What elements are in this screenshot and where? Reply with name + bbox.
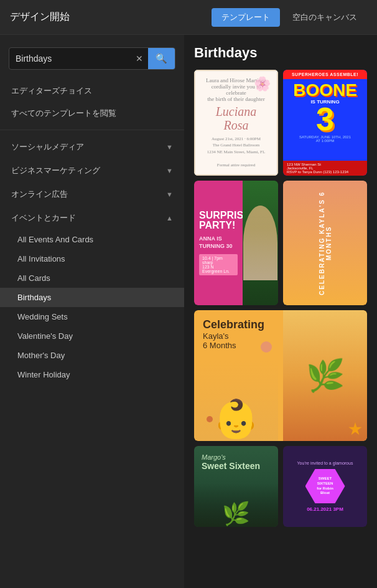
chevron-down-icon: ▼: [166, 143, 173, 151]
card-row-4: Margo's Sweet Sixteen 🌿 You're invited t…: [194, 446, 367, 527]
search-button[interactable]: 🔍: [148, 48, 175, 69]
sidebar-item-mothers-day[interactable]: Mother's Day: [0, 346, 184, 365]
sidebar-item-valentines-day[interactable]: Valentine's Day: [0, 326, 184, 346]
sidebar-item-birthdays[interactable]: Birthdays: [0, 288, 184, 307]
sidebar-item-browse-all[interactable]: すべてのテンプレートを閲覧: [0, 102, 184, 125]
sidebar-item-all-events[interactable]: All Events And Cards: [0, 230, 184, 249]
template-card-kayla-main[interactable]: Celebrating Kayla's6 Months 👶 🌿: [194, 310, 367, 441]
template-card-boone[interactable]: SUPERHEROES ASSEMBLE! BOONE IS TURNING 3…: [283, 70, 367, 176]
category-events-cards[interactable]: イベントとカード ▲: [0, 206, 184, 230]
category-online-advertising[interactable]: オンライン広告 ▼: [0, 183, 184, 206]
flower-icon: 🌸: [254, 76, 271, 92]
page-title: Birthdays: [194, 45, 367, 61]
main-layout: ✕ 🔍 エディターズチョイス すべてのテンプレートを閲覧 ソーシャルメディア ▼…: [0, 35, 377, 588]
sidebar-item-all-cards[interactable]: All Cards: [0, 268, 184, 288]
chevron-down-icon: ▼: [166, 191, 173, 198]
app-title: デザイン開始: [10, 11, 70, 24]
template-card-surprise[interactable]: SURPRISEPARTY! ANNA ISTURNING 30 10.4 | …: [194, 181, 278, 305]
sidebar-item-editors-choice[interactable]: エディターズチョイス: [0, 80, 184, 102]
sidebar-item-winter-holiday[interactable]: Winter Holiday: [0, 365, 184, 384]
template-card-kayla-side[interactable]: CELEBRATING KAYLA'S 6 MONTHS: [283, 181, 367, 305]
template-card-sweet16-pink[interactable]: You're invited to a glamorous SWEETSIXTE…: [283, 446, 367, 527]
chevron-up-icon: ▲: [166, 214, 173, 222]
content-area: Birthdays 🌸 Laura and Hirose Martinezcor…: [184, 35, 377, 588]
template-card-margo[interactable]: Margo's Sweet Sixteen 🌿: [194, 446, 278, 527]
sidebar-item-all-invitations[interactable]: All Invitations: [0, 249, 184, 268]
header-tabs: テンプレート 空白のキャンバス: [212, 8, 367, 27]
tab-template[interactable]: テンプレート: [212, 8, 280, 27]
category-social-media[interactable]: ソーシャルメディア ▼: [0, 135, 184, 159]
divider: [0, 130, 184, 130]
card-row-1: 🌸 Laura and Hirose Martinezcordially inv…: [194, 70, 367, 176]
card-row-3: Celebrating Kayla's6 Months 👶 🌿: [194, 310, 367, 441]
sidebar: ✕ 🔍 エディターズチョイス すべてのテンプレートを閲覧 ソーシャルメディア ▼…: [0, 35, 184, 588]
template-card-luciana[interactable]: 🌸 Laura and Hirose Martinezcordially inv…: [194, 70, 278, 176]
sidebar-item-wedding-sets[interactable]: Wedding Sets: [0, 307, 184, 326]
chevron-down-icon: ▼: [166, 167, 173, 174]
search-clear-button[interactable]: ✕: [131, 51, 148, 66]
search-box: ✕ 🔍: [9, 47, 175, 70]
category-business-marketing[interactable]: ビジネスマーケティング ▼: [0, 159, 184, 183]
card-row-2: SURPRISEPARTY! ANNA ISTURNING 30 10.4 | …: [194, 181, 367, 305]
header: デザイン開始 テンプレート 空白のキャンバス: [0, 0, 377, 35]
tab-blank[interactable]: 空白のキャンバス: [282, 8, 367, 27]
search-input[interactable]: [9, 49, 131, 69]
